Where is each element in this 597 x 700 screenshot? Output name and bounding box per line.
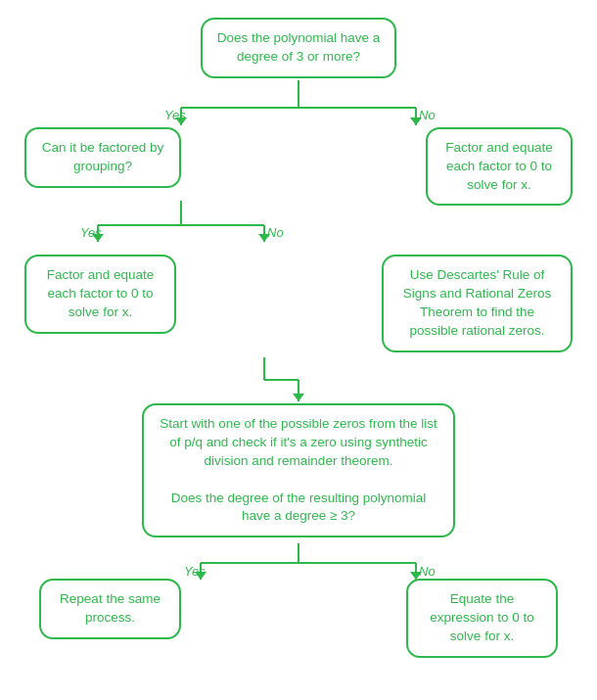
- svg-text:No: No: [419, 108, 436, 122]
- svg-marker-19: [293, 394, 304, 401]
- flowchart: Yes No Yes No Y: [10, 10, 587, 668]
- svg-marker-12: [92, 234, 104, 242]
- svg-text:No: No: [419, 564, 436, 579]
- svg-marker-5: [410, 117, 422, 125]
- descartes-text: Use Descartes' Rule of Signs and Rationa…: [403, 267, 552, 338]
- mid-right-text: Factor and equate each factor to 0 to so…: [445, 140, 553, 192]
- mid-left-text: Can it be factored by grouping?: [42, 140, 164, 173]
- row-final: Repeat the same process. Equate the expr…: [10, 579, 587, 658]
- large-node-wrapper: Start with one of the possible zeros fro…: [10, 403, 587, 537]
- large-node: Start with one of the possible zeros fro…: [142, 403, 455, 537]
- svg-text:Yes: Yes: [184, 564, 206, 579]
- svg-text:Yes: Yes: [80, 225, 102, 240]
- row-3: Factor and equate each factor to 0 to so…: [10, 255, 587, 352]
- bottom-left-node: Factor and equate each factor to 0 to so…: [24, 255, 176, 334]
- top-node: Does the polynomial have a degree of 3 o…: [201, 18, 396, 78]
- mid-left-node: Can it be factored by grouping?: [24, 127, 181, 188]
- svg-text:Yes: Yes: [164, 108, 186, 122]
- mid-right-node: Factor and equate each factor to 0 to so…: [426, 127, 573, 207]
- svg-marker-13: [258, 234, 270, 242]
- final-right-node: Equate the expression to 0 to solve for …: [406, 579, 558, 658]
- descartes-node: Use Descartes' Rule of Signs and Rationa…: [382, 255, 573, 352]
- large-node-text: Start with one of the possible zeros fro…: [160, 416, 437, 523]
- svg-text:No: No: [267, 225, 284, 240]
- bottom-left-text: Factor and equate each factor to 0 to so…: [47, 267, 155, 319]
- final-left-node: Repeat the same process.: [39, 579, 181, 639]
- top-node-wrapper: Does the polynomial have a degree of 3 o…: [10, 18, 587, 78]
- final-right-text: Equate the expression to 0 to solve for …: [430, 591, 534, 643]
- row-2: Can it be factored by grouping? Factor a…: [10, 127, 587, 207]
- top-node-text: Does the polynomial have a degree of 3 o…: [217, 30, 381, 64]
- final-left-text: Repeat the same process.: [60, 591, 161, 625]
- svg-marker-4: [175, 117, 187, 125]
